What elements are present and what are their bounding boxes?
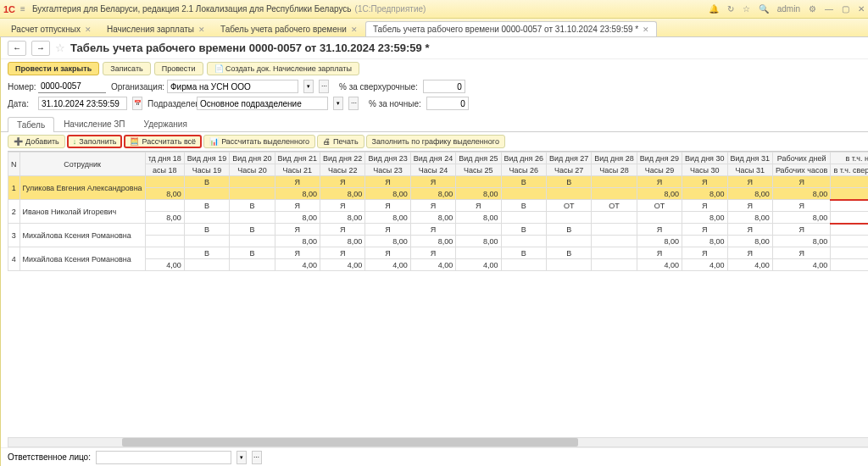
- tab-label: Табель учета рабочего времени 0000-0057 …: [373, 25, 638, 34]
- table-row[interactable]: 4Михайлова Ксения РомановнаВВЯЯЯЯВВЯЯЯЯ2…: [8, 247, 869, 259]
- fill-graph-button[interactable]: Заполнить по графику выделенного: [366, 135, 505, 148]
- form-row-1: Номер: Организация: ▾ ⋯ % за сверхурочны…: [1, 78, 868, 95]
- user-label[interactable]: admin: [777, 4, 800, 14]
- responsible-open[interactable]: ⋯: [252, 451, 262, 464]
- post-button[interactable]: Провести: [154, 62, 203, 75]
- fill-button[interactable]: ↓Заполнить: [67, 135, 123, 148]
- tab-close-icon[interactable]: ✕: [198, 25, 205, 34]
- table-header: NСотрудниктд дня 18Вид дня 19Вид дня 20В…: [8, 153, 869, 176]
- post-close-button[interactable]: Провести и закрыть: [8, 62, 99, 75]
- org-open-button[interactable]: ⋯: [319, 80, 329, 93]
- table-row[interactable]: 2Иванов Николай ИгоревичВВЯЯЯЯЯВОТОТОТЯЯ…: [8, 200, 869, 212]
- inner-tab[interactable]: Удержания: [135, 116, 197, 131]
- titlebar-controls: 🔔 ↻ ☆ 🔍 admin ⚙ — ▢ ✕: [709, 4, 865, 14]
- doc-toolbar: Провести и закрыть Записать Провести 📄 С…: [1, 59, 868, 78]
- calc-all-button[interactable]: 🧮Рассчитать всё: [124, 135, 202, 148]
- window-tab[interactable]: Табель учета рабочего времени 0000-0057 …: [365, 21, 657, 36]
- responsible-input[interactable]: [96, 451, 231, 464]
- nav-back-button[interactable]: ←: [8, 41, 26, 56]
- calc-sel-button[interactable]: 📊Рассчитать выделенного: [203, 135, 315, 148]
- grid-area[interactable]: NСотрудниктд дня 18Вид дня 19Вид дня 20В…: [8, 151, 868, 437]
- settings-icon[interactable]: ⚙: [809, 4, 816, 14]
- number-input[interactable]: [38, 80, 106, 93]
- horizontal-scrollbar[interactable]: [8, 437, 868, 447]
- timesheet-table[interactable]: NСотрудниктд дня 18Вид дня 19Вид дня 20В…: [8, 152, 868, 271]
- dept-label: Подразделение:: [147, 99, 192, 108]
- overtime-label: % за сверхурочные:: [339, 82, 418, 92]
- favorite-icon[interactable]: ☆: [55, 42, 65, 54]
- dept-dropdown-button[interactable]: ▾: [333, 97, 343, 110]
- org-input[interactable]: [167, 80, 298, 93]
- scrollbar-thumb[interactable]: [122, 438, 577, 447]
- org-label: Организация:: [111, 82, 162, 92]
- close-icon[interactable]: ✕: [858, 4, 865, 14]
- responsible-dropdown[interactable]: ▾: [236, 451, 247, 464]
- overtime-input[interactable]: [423, 80, 465, 93]
- date-picker-button[interactable]: 📅: [132, 97, 142, 110]
- window-tab[interactable]: Начисления зарплаты✕: [99, 21, 213, 36]
- minimize-icon[interactable]: —: [825, 4, 833, 14]
- tab-label: Расчет отпускных: [11, 25, 81, 34]
- org-dropdown-button[interactable]: ▾: [303, 80, 314, 93]
- night-label: % за ночные:: [369, 99, 421, 108]
- tab-close-icon[interactable]: ✕: [351, 25, 358, 34]
- responsible-label: Ответственное лицо:: [8, 452, 91, 462]
- nav-fwd-button[interactable]: →: [31, 41, 50, 56]
- history-icon[interactable]: ↻: [727, 4, 734, 14]
- write-button[interactable]: Записать: [103, 62, 150, 75]
- grid-toolbar: ➕Добавить ↓Заполнить 🧮Рассчитать всё 📊Ра…: [1, 132, 868, 151]
- tab-label: Табель учета рабочего времени: [220, 25, 347, 34]
- content-area: ← → ☆ Табель учета рабочего времени 0000…: [1, 37, 868, 466]
- table-body[interactable]: 1Гуликова Евгения АлександровнаВЯЯЯЯВВЯЯ…: [8, 176, 869, 271]
- table-row[interactable]: 3Михайлова Ксения РомановнаВВЯЯЯЯВВЯЯЯЯ2…: [8, 224, 869, 236]
- number-label: Номер:: [8, 82, 33, 92]
- inner-tab[interactable]: Начисление ЗП: [54, 116, 134, 131]
- doc-header: ← → ☆ Табель учета рабочего времени 0000…: [1, 37, 868, 59]
- maximize-icon[interactable]: ▢: [842, 4, 849, 14]
- doc-title: Табель учета рабочего времени 0000-0057 …: [70, 42, 429, 54]
- add-button[interactable]: ➕Добавить: [8, 135, 65, 148]
- dept-open-button[interactable]: ⋯: [348, 97, 359, 110]
- bell-icon[interactable]: 🔔: [709, 4, 719, 14]
- window-tabs: Расчет отпускных✕Начисления зарплаты✕Таб…: [0, 19, 868, 37]
- table-row[interactable]: 1Гуликова Евгения АлександровнаВЯЯЯЯВВЯЯ…: [8, 176, 869, 188]
- form-row-2: Дата: 📅 Подразделение: ▾ ⋯ % за ночные:: [1, 95, 868, 112]
- tab-label: Начисления зарплаты: [107, 25, 194, 34]
- app-hint: (1С:Предприятие): [355, 4, 426, 14]
- date-input[interactable]: [38, 97, 127, 110]
- titlebar: 1C ≡ Бухгалтерия для Беларуси, редакция …: [0, 0, 868, 19]
- window-tab[interactable]: Табель учета рабочего времени✕: [213, 21, 365, 36]
- print-button[interactable]: 🖨Печать: [317, 135, 364, 148]
- menu-icon[interactable]: ≡: [20, 4, 25, 14]
- window-tab[interactable]: Расчет отпускных✕: [3, 21, 99, 36]
- date-label: Дата:: [8, 99, 33, 108]
- app-logo: 1C: [3, 4, 15, 14]
- footer: Ответственное лицо: ▾ ⋯: [1, 447, 868, 466]
- app-title: Бухгалтерия для Беларуси, редакция 2.1 Л…: [32, 4, 352, 14]
- inner-tab[interactable]: Табель: [8, 117, 54, 132]
- night-input[interactable]: [426, 97, 469, 110]
- tab-close-icon[interactable]: ✕: [85, 25, 92, 34]
- inner-tabs: ТабельНачисление ЗПУдержания: [1, 115, 868, 132]
- create-doc-button[interactable]: 📄 Создать док. Начисление зарплаты: [207, 62, 359, 75]
- tab-close-icon[interactable]: ✕: [643, 25, 649, 34]
- dept-input[interactable]: [197, 97, 328, 110]
- star-icon[interactable]: ☆: [743, 4, 750, 14]
- search-icon[interactable]: 🔍: [759, 4, 769, 14]
